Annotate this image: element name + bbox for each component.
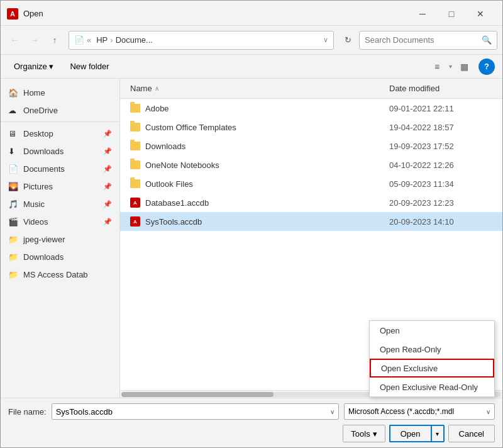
folder-icon: 📁 <box>8 235 18 244</box>
nav-bar: ← → ↑ 📄 « HP › Docume... ∨ ↻ 🔍 <box>1 26 502 55</box>
open-split-button: Open ▾ <box>389 425 445 442</box>
pictures-icon: 🌄 <box>8 182 18 191</box>
minimize-button[interactable]: ─ <box>408 4 437 24</box>
table-row[interactable]: Custom Office Templates 19-04-2022 18:57 <box>120 118 502 137</box>
open-dropdown-button[interactable]: ▾ <box>431 425 445 442</box>
open-button[interactable]: Open <box>389 425 431 442</box>
layout-icon: ▦ <box>460 62 468 72</box>
home-icon: 🏠 <box>8 88 18 98</box>
sidebar-item-home[interactable]: 🏠 Home <box>1 84 119 101</box>
file-name: Outlook Files <box>130 179 389 189</box>
search-bar[interactable]: 🔍 <box>359 31 497 50</box>
sidebar-item-label: Desktop <box>23 129 53 138</box>
sidebar-divider <box>1 121 119 122</box>
sidebar-item-pictures[interactable]: 🌄 Pictures 📌 <box>1 177 119 195</box>
tools-button[interactable]: Tools ▾ <box>343 425 385 442</box>
sidebar-item-label: Downloads <box>23 147 64 156</box>
organize-button[interactable]: Organize ▾ <box>8 59 59 75</box>
file-date: 19-04-2022 18:57 <box>389 123 502 132</box>
menu-item-open-exclusive-readonly[interactable]: Open Exclusive Read-Only <box>370 378 494 396</box>
menu-item-open-exclusive[interactable]: Open Exclusive <box>370 359 494 378</box>
sidebar: 🏠 Home ☁ OneDrive 🖥 Desktop 📌 ⬇ Download… <box>1 79 120 398</box>
filetype-select[interactable]: Microsoft Access (*.accdb;*.mdl ∨ <box>344 403 495 420</box>
download-icon: ⬇ <box>8 147 18 156</box>
sidebar-item-label: OneDrive <box>23 106 58 115</box>
close-button[interactable]: ✕ <box>466 4 495 24</box>
filename-input[interactable]: SysTools.accdb ∨ <box>52 403 339 420</box>
sidebar-item-label: Videos <box>23 217 48 227</box>
sidebar-item-desktop[interactable]: 🖥 Desktop 📌 <box>1 125 119 142</box>
window-controls: ─ □ ✕ <box>408 4 495 24</box>
pin-icon: 📌 <box>103 200 112 208</box>
table-row[interactable]: Adobe 09-01-2021 22:11 <box>120 99 502 118</box>
maximize-button[interactable]: □ <box>437 4 466 24</box>
chevron-down-icon: ▾ <box>373 429 377 439</box>
layout-view-button[interactable]: ▦ <box>455 59 473 75</box>
new-folder-button[interactable]: New folder <box>64 59 114 75</box>
file-name: Downloads <box>130 142 389 151</box>
search-input[interactable] <box>365 35 478 45</box>
table-row[interactable]: A Database1.accdb 20-09-2023 12:23 <box>120 193 502 212</box>
cancel-button[interactable]: Cancel <box>448 425 495 442</box>
breadcrumb-part2: Docume... <box>116 35 153 45</box>
sidebar-item-onedrive[interactable]: ☁ OneDrive <box>1 101 119 119</box>
pin-icon: 📌 <box>103 165 112 173</box>
cloud-icon: ☁ <box>8 106 18 115</box>
access-icon: A <box>130 216 140 227</box>
filename-label: File name: <box>8 407 47 417</box>
sidebar-item-documents[interactable]: 📄 Documents 📌 <box>1 160 119 177</box>
chevron-down-icon: ▾ <box>436 430 439 437</box>
menu-view-button[interactable]: ≡ <box>428 59 446 75</box>
sidebar-item-label: MS Access Datab <box>23 270 88 279</box>
file-date: 20-09-2023 12:23 <box>389 198 502 208</box>
documents-icon: 📄 <box>8 164 18 174</box>
app-icon: A <box>7 8 18 20</box>
videos-icon: 🎬 <box>8 217 18 227</box>
back-button[interactable]: ← <box>6 31 23 49</box>
file-date: 09-01-2021 22:11 <box>389 104 502 113</box>
view-controls: ≡ ▾ ▦ <box>428 59 473 75</box>
pin-icon: 📌 <box>103 130 112 138</box>
file-date: 05-09-2023 11:34 <box>389 179 502 189</box>
breadcrumb[interactable]: 📄 « HP › Docume... ∨ <box>69 31 334 50</box>
folder-icon <box>130 104 140 113</box>
music-icon: 🎵 <box>8 199 18 209</box>
sidebar-item-label: Pictures <box>23 182 53 191</box>
column-date[interactable]: Date modified <box>389 84 502 93</box>
refresh-button[interactable]: ↻ <box>339 31 357 49</box>
file-date: 20-09-2023 14:10 <box>389 217 502 227</box>
sidebar-item-ms-access[interactable]: 📁 MS Access Datab <box>1 266 119 283</box>
scrollbar-thumb <box>121 392 274 397</box>
access-icon: A <box>130 198 140 208</box>
breadcrumb-part1: HP <box>96 35 108 45</box>
toolbar: Organize ▾ New folder ≡ ▾ ▦ ? <box>1 55 502 79</box>
help-button[interactable]: ? <box>478 59 495 75</box>
open-dropdown-menu: Open Open Read-Only Open Exclusive Open … <box>369 320 495 397</box>
sidebar-item-label: Downloads <box>23 252 64 262</box>
folder-icon <box>130 160 140 169</box>
up-button[interactable]: ↑ <box>46 31 64 49</box>
table-row[interactable]: Downloads 19-09-2023 17:52 <box>120 137 502 155</box>
folder-icon <box>130 179 140 188</box>
sidebar-item-downloads2[interactable]: 📁 Downloads <box>1 248 119 266</box>
menu-item-open-readonly[interactable]: Open Read-Only <box>370 340 494 359</box>
sidebar-item-downloads[interactable]: ⬇ Downloads 📌 <box>1 142 119 160</box>
chevron-down-icon: ∨ <box>486 408 490 415</box>
sidebar-item-music[interactable]: 🎵 Music 📌 <box>1 195 119 213</box>
file-date: 04-10-2022 12:26 <box>389 160 502 170</box>
sidebar-item-jpeg-viewer[interactable]: 📁 jpeg-viewer <box>1 230 119 248</box>
forward-button[interactable]: → <box>26 31 43 49</box>
sidebar-item-videos[interactable]: 🎬 Videos 📌 <box>1 213 119 230</box>
table-row[interactable]: Outlook Files 05-09-2023 11:34 <box>120 174 502 193</box>
file-name: Adobe <box>130 104 389 113</box>
breadcrumb-separator2: › <box>110 35 113 45</box>
file-name: OneNote Notebooks <box>130 160 389 170</box>
pin-icon: 📌 <box>103 182 112 191</box>
table-row[interactable]: OneNote Notebooks 04-10-2022 12:26 <box>120 155 502 174</box>
file-name: A Database1.accdb <box>130 198 389 208</box>
table-row[interactable]: A SysTools.accdb 20-09-2023 14:10 <box>120 212 502 231</box>
menu-item-open[interactable]: Open <box>370 321 494 340</box>
folder-icon <box>130 142 140 150</box>
column-name[interactable]: Name ∧ <box>130 84 389 93</box>
sidebar-item-label: Documents <box>23 164 65 174</box>
